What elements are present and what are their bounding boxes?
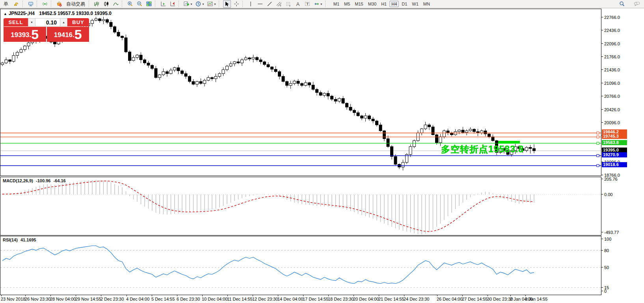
time-axis-tick	[404, 295, 404, 296]
volume-input[interactable]	[35, 18, 60, 26]
time-axis-label: 3 Jan 14:55	[525, 297, 548, 301]
time-axis-label: 10 Dec 04:00	[202, 297, 227, 301]
gold-bars-icon[interactable]	[13, 0, 20, 8]
time-axis-tick	[50, 295, 51, 296]
timeframe-button-m15[interactable]: M15	[353, 1, 365, 7]
buy-price-button[interactable]: 19416.5	[47, 27, 89, 42]
trendline-tool[interactable]	[266, 0, 274, 8]
toolbar-separator	[37, 1, 39, 7]
sell-price-button[interactable]: 19393.5	[4, 27, 46, 42]
timeframe-button-m1[interactable]: M1	[331, 1, 341, 7]
fibonacci-tool[interactable]: F	[285, 0, 292, 8]
price-level-badge[interactable]: 19745.3	[602, 134, 627, 139]
time-axis-label: 11 Dec 14:55	[227, 297, 253, 301]
chart-title: ▲JPN225-,H4 19452.5 19557.5 19330.0 1939…	[4, 11, 112, 16]
time-axis[interactable]: 23 Nov 201826 Nov 23:3028 Nov 04:0029 No…	[0, 295, 644, 303]
svg-text:E: E	[280, 4, 281, 7]
arrows-tool-button[interactable]: ▼	[313, 0, 323, 8]
price-level-badge[interactable]: 19583.8	[602, 140, 627, 145]
chat-icon[interactable]	[633, 0, 641, 8]
macd-histogram	[2, 180, 534, 234]
time-axis-tick	[1, 295, 2, 296]
bar-chart-type-icon[interactable]	[93, 0, 101, 8]
volume-decrease-button[interactable]: ▼	[28, 18, 35, 26]
price-axis-column[interactable]: 22766.022436.022096.021766.021436.021096…	[601, 8, 644, 303]
price-axis-label: 20096.0	[604, 120, 620, 125]
price-level-badge[interactable]: 19270.9	[602, 152, 627, 157]
macd-axis-label: 0.00	[604, 192, 612, 197]
price-axis-label: 22766.0	[604, 15, 620, 20]
zoom-out-icon[interactable]	[136, 0, 143, 8]
timeframe-button-mn[interactable]: MN	[421, 1, 432, 7]
time-axis-label: 28 Nov 04:00	[50, 297, 76, 301]
cursor-tool-button[interactable]	[223, 0, 231, 8]
period-button[interactable]: ▼	[195, 0, 205, 8]
time-axis-tick	[462, 295, 463, 296]
horizontal-line-tool[interactable]	[256, 0, 264, 8]
time-axis-tick	[177, 295, 177, 296]
rsi-value: 41.1695	[20, 238, 36, 242]
indicators-button[interactable]: ▼	[207, 0, 217, 8]
timeframe-button-w1[interactable]: W1	[410, 1, 421, 7]
symbol-period-label: JPN225-,H4	[9, 11, 35, 16]
new-chart-button[interactable]: ▼	[183, 0, 193, 8]
price-chart-pane[interactable]: ▲JPN225-,H4 19452.5 19557.5 19330.0 1939…	[0, 9, 601, 176]
price-level-badge[interactable]: 19395.0	[602, 148, 627, 153]
time-axis-tick	[278, 295, 278, 296]
macd-canvas[interactable]	[0, 177, 601, 235]
axis-tick	[601, 287, 603, 288]
text-tool[interactable]: A	[294, 0, 302, 8]
rsi-canvas[interactable]	[0, 236, 601, 295]
toolbar-separator	[22, 1, 25, 7]
equidistant-channel-tool[interactable]: E	[275, 0, 283, 8]
new-order-button[interactable]: 单	[1, 0, 11, 8]
axis-tick	[601, 194, 603, 195]
macd-indicator-pane[interactable]: MACD(12,26,9) -100.96 -64.16	[0, 177, 601, 236]
candlestick-chart-type-icon[interactable]	[102, 0, 110, 8]
buy-button[interactable]: BUY	[67, 18, 89, 26]
chart-shift-icon[interactable]	[159, 0, 167, 8]
toolbar-separator	[219, 1, 221, 7]
vertical-line-tool[interactable]	[247, 0, 255, 8]
macd-label: MACD(12,26,9) -100.96 -64.16	[3, 178, 66, 183]
timeframe-button-m30[interactable]: M30	[366, 1, 378, 7]
axis-tick	[601, 69, 603, 70]
signal-icon[interactable]	[41, 0, 49, 8]
text-label-tool[interactable]: T	[303, 0, 311, 8]
sell-button[interactable]: SELL	[4, 18, 28, 26]
time-axis-label: 6 Dec 23:30	[177, 297, 200, 301]
rsi-axis-label: 100	[604, 237, 611, 241]
timeframe-button-m5[interactable]: M5	[342, 1, 352, 7]
market-icon[interactable]	[55, 0, 63, 8]
time-axis-tick	[379, 295, 379, 296]
axis-tick	[601, 179, 603, 179]
tile-windows-icon[interactable]	[145, 0, 153, 8]
search-icon[interactable]	[618, 0, 626, 8]
crosshair-tool-button[interactable]	[233, 0, 240, 8]
rsi-axis-label: 80	[604, 248, 609, 253]
autotrading-button[interactable]: 自动交易	[65, 0, 87, 8]
line-chart-type-icon[interactable]	[112, 0, 120, 8]
turning-point-annotation[interactable]: 多空转折点19583.8	[441, 143, 524, 155]
line-handle	[597, 142, 599, 144]
timeframe-button-h4[interactable]: H4	[389, 1, 399, 7]
macd-signal-value: -64.16	[53, 178, 65, 183]
line-handle	[597, 165, 599, 167]
zoom-in-icon[interactable]	[126, 0, 134, 8]
terminal-icon[interactable]	[27, 0, 35, 8]
line-handle	[597, 132, 599, 134]
price-level-badge[interactable]: 19018.6	[602, 162, 627, 167]
axis-tick	[601, 239, 603, 239]
timeframe-button-d1[interactable]: D1	[400, 1, 409, 7]
volume-increase-button[interactable]: ▲	[60, 18, 67, 26]
toolbar-right-group	[617, 0, 642, 8]
time-axis-label: 2 Dec 23:30	[101, 297, 124, 301]
rsi-line	[2, 246, 534, 284]
timeframe-button-h1[interactable]: H1	[379, 1, 389, 7]
chart-autoscroll-icon[interactable]	[169, 0, 177, 8]
time-axis-tick	[25, 295, 26, 296]
axis-tick	[601, 232, 603, 232]
rsi-indicator-pane[interactable]: RSI(14) 41.1695	[0, 236, 601, 295]
mt4-terminal-window: 单 自动交易 ▼ ▼ ▼ E F A T ▼ M1	[0, 0, 644, 303]
collapse-panel-arrow[interactable]: ▲	[4, 12, 7, 16]
